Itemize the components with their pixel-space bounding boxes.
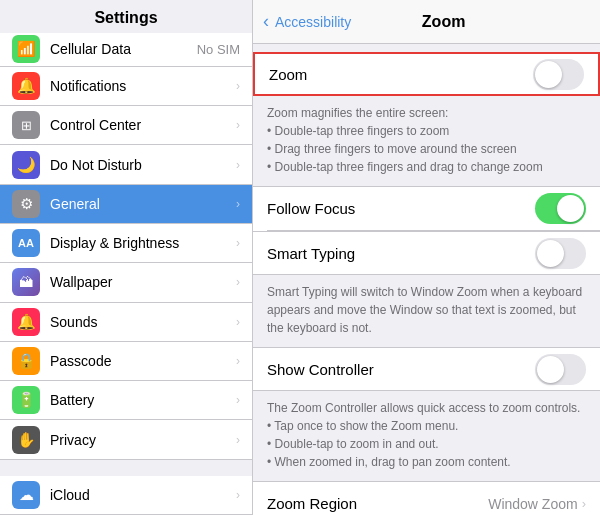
back-chevron-icon: ‹ [263,11,269,32]
zoom-region-row[interactable]: Zoom Region Window Zoom › [253,481,600,515]
page-title: Zoom [357,13,530,31]
sidebar-label-control-center: Control Center [50,117,226,133]
privacy-arrow: › [236,433,240,447]
sidebar-value-cellular: No SIM [197,42,240,57]
general-arrow: › [236,197,240,211]
follow-focus-toggle[interactable] [535,193,586,224]
sidebar-item-general[interactable]: ⚙ General › [0,185,252,224]
display-brightness-arrow: › [236,236,240,250]
controller-desc-line2: • Double-tap to zoom in and out. [267,437,439,451]
sidebar-label-general: General [50,196,226,212]
sidebar-label-wallpaper: Wallpaper [50,274,226,290]
sounds-arrow: › [236,315,240,329]
general-icon: ⚙ [12,190,40,218]
smart-typing-toggle[interactable] [535,238,586,269]
sidebar-item-do-not-disturb[interactable]: 🌙 Do Not Disturb › [0,145,252,184]
notifications-arrow: › [236,79,240,93]
zoom-desc-line1: • Double-tap three fingers to zoom [267,124,449,138]
follow-focus-row: Follow Focus [253,186,600,230]
zoom-region-arrow: › [582,496,586,511]
passcode-arrow: › [236,354,240,368]
sidebar-label-icloud: iCloud [50,487,226,503]
battery-icon: 🔋 [12,386,40,414]
battery-arrow: › [236,393,240,407]
zoom-region-block: Zoom Region Window Zoom › Zoom Filter No… [253,481,600,515]
wallpaper-arrow: › [236,275,240,289]
wallpaper-icon: 🏔 [12,268,40,296]
zoom-desc-line2: • Drag three fingers to move around the … [267,142,517,156]
do-not-disturb-arrow: › [236,158,240,172]
zoom-description-title: Zoom magnifies the entire screen: [267,106,448,120]
zoom-region-value: Window Zoom [488,496,577,512]
sidebar-label-battery: Battery [50,392,226,408]
follow-focus-label: Follow Focus [267,200,535,217]
content-area: Zoom Zoom magnifies the entire screen: •… [253,44,600,515]
control-center-icon: ⊞ [12,111,40,139]
notifications-icon: 🔔 [12,72,40,100]
sidebar-title: Settings [94,9,157,27]
zoom-toggle[interactable] [533,59,584,90]
zoom-row: Zoom [253,52,600,96]
passcode-icon: 🔒 [12,347,40,375]
sidebar-item-control-center[interactable]: ⊞ Control Center › [0,106,252,145]
sidebar-label-privacy: Privacy [50,432,226,448]
sidebar-item-battery[interactable]: 🔋 Battery › [0,381,252,420]
zoom-description: Zoom magnifies the entire screen: • Doub… [267,104,586,176]
sidebar-item-privacy[interactable]: ✋ Privacy › [0,420,252,459]
sidebar-item-cellular[interactable]: 📶 Cellular Data No SIM [0,33,252,67]
show-controller-knob [537,356,564,383]
smart-typing-label: Smart Typing [267,245,535,262]
follow-focus-knob [557,195,584,222]
sidebar-item-sounds[interactable]: 🔔 Sounds › [0,303,252,342]
show-controller-label: Show Controller [267,361,535,378]
sidebar-label-cellular: Cellular Data [50,41,187,57]
cellular-icon: 📶 [12,35,40,63]
sidebar-item-notifications[interactable]: 🔔 Notifications › [0,67,252,106]
do-not-disturb-icon: 🌙 [12,151,40,179]
sidebar-item-icloud[interactable]: ☁ iCloud › [0,476,252,515]
controller-desc-line3: • When zoomed in, drag to pan zoom conte… [267,455,511,469]
show-controller-row: Show Controller [253,347,600,391]
sidebar-label-passcode: Passcode [50,353,226,369]
zoom-region-label: Zoom Region [267,495,488,512]
sidebar-item-passcode[interactable]: 🔒 Passcode › [0,342,252,381]
smart-typing-row: Smart Typing [253,231,600,275]
sidebar-label-notifications: Notifications [50,78,226,94]
sidebar: Settings 📶 Cellular Data No SIM 🔔 Notifi… [0,0,253,515]
header: ‹ Accessibility Zoom [253,0,600,44]
smart-typing-description: Smart Typing will switch to Window Zoom … [253,275,600,347]
zoom-description-block: Zoom magnifies the entire screen: • Doub… [253,96,600,186]
icloud-icon: ☁ [12,481,40,509]
control-center-arrow: › [236,118,240,132]
sounds-icon: 🔔 [12,308,40,336]
sidebar-label-sounds: Sounds [50,314,226,330]
sidebar-label-display-brightness: Display & Brightness [50,235,226,251]
privacy-icon: ✋ [12,426,40,454]
back-button[interactable]: Accessibility [275,14,351,30]
follow-focus-block: Follow Focus Smart Typing [253,186,600,275]
sidebar-item-wallpaper[interactable]: 🏔 Wallpaper › [0,263,252,302]
sidebar-item-display-brightness[interactable]: AA Display & Brightness › [0,224,252,263]
smart-typing-knob [537,240,564,267]
controller-desc-line0: The Zoom Controller allows quick access … [267,401,580,415]
zoom-toggle-knob [535,61,562,88]
icloud-arrow: › [236,488,240,502]
main-panel: ‹ Accessibility Zoom Zoom Zoom magnifies… [253,0,600,515]
show-controller-block: Show Controller [253,347,600,391]
zoom-desc-line3: • Double-tap three fingers and drag to c… [267,160,543,174]
show-controller-toggle[interactable] [535,354,586,385]
controller-desc-line1: • Tap once to show the Zoom menu. [267,419,458,433]
display-brightness-icon: AA [12,229,40,257]
zoom-label: Zoom [269,66,533,83]
sidebar-label-do-not-disturb: Do Not Disturb [50,157,226,173]
controller-description: The Zoom Controller allows quick access … [253,391,600,481]
smart-typing-desc-text: Smart Typing will switch to Window Zoom … [267,285,582,335]
